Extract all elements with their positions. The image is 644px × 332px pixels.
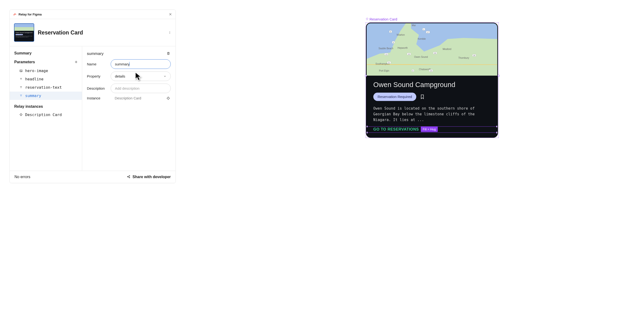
relay-logo-icon [13, 12, 17, 16]
card-description: Owen Sound is located on the southern sh… [373, 106, 490, 123]
name-label: Name [87, 62, 111, 66]
route-shield: 26 [472, 54, 476, 57]
card-body: Owen Sound Campground Reservation Requir… [367, 76, 497, 137]
description-input[interactable]: Add description [111, 84, 171, 93]
route-shield: 26 [433, 52, 437, 54]
text-icon [19, 86, 23, 89]
selection-handle[interactable] [365, 75, 367, 77]
card-link-row: GO TO RESERVATIONS Fill × Hug [373, 127, 490, 132]
property-row: Property details [87, 72, 171, 81]
delete-button[interactable] [166, 51, 171, 56]
component-label[interactable]: Reservation Card [366, 17, 499, 21]
description-row: Description Add description [87, 84, 171, 93]
param-name: headline [25, 77, 44, 81]
property-label: Property [87, 74, 111, 78]
map-place-label: Wiarton [396, 34, 405, 36]
map-place-label: Kemble [418, 38, 426, 40]
map-place-label: Mar [412, 24, 416, 27]
map-place-label: Sauble Beach [378, 47, 393, 50]
app-name: Relay for Figma [18, 12, 42, 16]
instance-label: Instance [87, 96, 111, 100]
reservation-chip[interactable]: Reservation Required [373, 93, 416, 101]
route-shield: 17 [426, 31, 430, 33]
selection-bounds: MarWiartonKembleSauble BeachHepworthMeaf… [366, 22, 499, 138]
text-caret [130, 62, 130, 66]
route-shield: 10 [429, 69, 433, 72]
map-place-label: Meaford [443, 48, 452, 51]
instance-row: Instance Description Card [87, 96, 171, 101]
selection-handle[interactable] [498, 75, 500, 77]
map-place-label: Owen Sound [414, 56, 428, 59]
text-icon [19, 77, 23, 81]
map-place-label: Port Elgin [379, 69, 389, 72]
param-item-hero-image[interactable]: hero-image [10, 67, 82, 75]
description-label: Description [87, 86, 111, 90]
param-name: summary [25, 93, 41, 98]
locate-instance-button[interactable] [166, 96, 171, 101]
component-thumbnail[interactable]: Owen Sound Campground Reservation Req Ow… [14, 23, 34, 42]
autolayout-badge: Fill × Hug [421, 126, 438, 132]
map-place-label: Thornbury [458, 57, 469, 59]
card-map-image: MarWiartonKembleSauble BeachHepworthMeaf… [367, 23, 497, 76]
svg-point-2 [170, 32, 170, 33]
selection-handle[interactable] [366, 132, 368, 133]
route-shield: 21 [387, 61, 391, 64]
share-icon [127, 175, 130, 179]
param-name: reservation-text [25, 85, 62, 90]
chevron-down-icon [163, 75, 166, 78]
relay-panel: Relay for Figma Owen Sound Campground Re… [10, 10, 176, 183]
share-button[interactable]: Share with developer [127, 175, 171, 179]
route-shield: 6 [412, 69, 414, 72]
panel-body: Summary Parameters hero-imageheadlineres… [10, 46, 176, 171]
parameters-header: Parameters [10, 59, 82, 67]
property-select[interactable]: details [111, 72, 171, 81]
reservation-card[interactable]: MarWiartonKembleSauble BeachHepworthMeaf… [366, 23, 498, 138]
param-item-summary[interactable]: summary [10, 92, 82, 100]
instances-heading: Relay instances [10, 100, 82, 111]
param-item-reservation-text[interactable]: reservation-text [10, 83, 82, 92]
selection-edge [367, 126, 497, 127]
instance-value: Description Card [111, 96, 141, 100]
text-icon [19, 94, 23, 97]
param-name: hero-image [25, 69, 48, 73]
close-button[interactable] [168, 13, 172, 16]
name-input[interactable]: summary [111, 59, 171, 69]
svg-point-3 [170, 33, 170, 34]
instance-list: Description Card [10, 111, 82, 119]
route-shield: 10 [407, 53, 411, 55]
selection-edge [367, 132, 497, 133]
bookmark-icon[interactable] [420, 94, 424, 99]
diamond-icon [19, 113, 23, 116]
selection-handle[interactable] [496, 132, 498, 133]
figma-canvas: Reservation Card MarWiartonKembleSauble … [366, 17, 499, 138]
status-text: No errors [14, 175, 30, 179]
share-label: Share with developer [132, 175, 171, 179]
panel-footer: No errors Share with developer [10, 171, 176, 183]
svg-point-0 [14, 15, 14, 16]
instance-item[interactable]: Description Card [10, 111, 82, 119]
route-shield: 6 [392, 41, 395, 44]
route-shield: 13 [384, 53, 388, 55]
sidebar: Summary Parameters hero-imageheadlineres… [10, 46, 82, 171]
more-menu-button[interactable] [168, 30, 172, 35]
parameter-form: summary Name summary Property details [82, 46, 176, 171]
summary-heading: Summary [10, 50, 82, 59]
selection-handle[interactable] [366, 126, 368, 127]
add-parameter-button[interactable] [74, 59, 78, 64]
panel-header: Relay for Figma [10, 10, 176, 19]
route-shield: 6 [389, 31, 392, 33]
form-title: summary [87, 51, 104, 56]
selection-handle[interactable] [496, 126, 498, 127]
param-item-headline[interactable]: headline [10, 75, 82, 83]
parameters-label: Parameters [14, 60, 35, 64]
card-title: Owen Sound Campground [373, 81, 490, 89]
route-shield: 1 [422, 28, 425, 31]
component-icon [366, 17, 368, 21]
svg-point-5 [168, 97, 169, 99]
component-header: Owen Sound Campground Reservation Req Ow… [10, 19, 176, 46]
map-place-label: Hepworth [398, 47, 408, 50]
reservations-link[interactable]: GO TO RESERVATIONS [373, 127, 419, 131]
svg-point-1 [170, 31, 170, 32]
image-icon [19, 69, 23, 73]
instance-name: Description Card [25, 112, 62, 117]
